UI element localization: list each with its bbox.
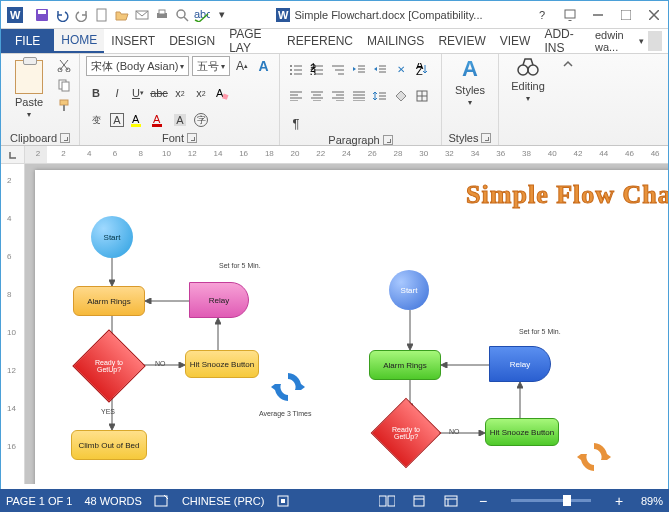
user-label: edwin wa... (595, 29, 635, 53)
align-right-icon[interactable] (328, 86, 348, 106)
zoom-out-icon[interactable]: − (473, 493, 493, 509)
tab-page-layout[interactable]: PAGE LAY (222, 29, 280, 53)
status-bar: PAGE 1 OF 1 48 WORDS CHINESE (PRC) − + 8… (0, 489, 669, 512)
maximize-icon[interactable] (612, 5, 640, 25)
bold-button[interactable]: B (86, 83, 106, 103)
asian-layout-icon[interactable]: ✕ (391, 59, 411, 79)
account-name[interactable]: edwin wa...▾ (589, 29, 668, 53)
show-marks-icon[interactable]: ¶ (286, 113, 306, 133)
line-spacing-icon[interactable] (370, 86, 390, 106)
paragraph-dialog-icon[interactable] (383, 135, 393, 145)
bullets-icon[interactable] (286, 59, 306, 79)
collapse-ribbon-icon[interactable] (557, 54, 579, 145)
tab-selector[interactable] (1, 146, 25, 163)
align-center-icon[interactable] (307, 86, 327, 106)
clipboard-dialog-icon[interactable] (60, 133, 70, 143)
status-proofing-icon[interactable] (154, 494, 170, 508)
clear-format-icon[interactable]: A (212, 83, 232, 103)
subscript-button[interactable]: x2 (170, 83, 190, 103)
highlight-icon[interactable]: A (128, 110, 148, 130)
char-border-icon[interactable]: A (107, 110, 127, 130)
text-effects-icon[interactable]: A (254, 56, 273, 76)
font-color-icon[interactable]: A (149, 110, 169, 130)
svg-rect-4 (97, 9, 106, 21)
save-icon[interactable] (33, 6, 51, 24)
web-layout-icon[interactable] (441, 493, 461, 509)
format-painter-icon[interactable] (55, 96, 73, 114)
status-macro-icon[interactable] (276, 494, 290, 508)
zoom-thumb[interactable] (563, 495, 571, 506)
tab-addins[interactable]: ADD-INS (537, 29, 589, 53)
char-shading-icon[interactable]: A (170, 110, 190, 130)
new-icon[interactable] (93, 6, 111, 24)
binoculars-icon (517, 56, 539, 78)
email-icon[interactable] (133, 6, 151, 24)
horizontal-ruler[interactable]: 2246810121416182022242628303234363840424… (1, 146, 668, 164)
font-dialog-icon[interactable] (187, 133, 197, 143)
increase-indent-icon[interactable] (370, 59, 390, 79)
svg-text:W: W (10, 9, 21, 21)
open-icon[interactable] (113, 6, 131, 24)
redo-icon[interactable] (73, 6, 91, 24)
shading-icon[interactable] (391, 86, 411, 106)
status-page[interactable]: PAGE 1 OF 1 (6, 495, 72, 507)
read-mode-icon[interactable] (377, 493, 397, 509)
styles-button[interactable]: A Styles ▾ (448, 56, 492, 107)
help-icon[interactable]: ? (528, 5, 556, 25)
ribbon-options-icon[interactable] (556, 5, 584, 25)
grow-font-icon[interactable]: A▴ (233, 56, 252, 76)
tab-mailings[interactable]: MAILINGS (360, 29, 431, 53)
tab-references[interactable]: REFERENC (280, 29, 360, 53)
zoom-slider[interactable] (511, 499, 591, 502)
minimize-icon[interactable] (584, 5, 612, 25)
borders-icon[interactable] (412, 86, 432, 106)
preview-icon[interactable] (173, 6, 191, 24)
zoom-level[interactable]: 89% (641, 495, 663, 507)
font-size-select[interactable]: 五号▾ (192, 56, 230, 76)
cycle-blue-icon (271, 370, 305, 404)
tab-home[interactable]: HOME (54, 29, 104, 53)
styles-dialog-icon[interactable] (481, 133, 491, 143)
justify-icon[interactable] (349, 86, 369, 106)
page[interactable]: Simple Flow Chart Start Alarm Rings Rela… (35, 170, 668, 484)
superscript-button[interactable]: x2 (191, 83, 211, 103)
svg-text:A: A (153, 113, 161, 125)
spelling-icon[interactable]: abc (193, 6, 211, 24)
svg-text:W: W (278, 9, 289, 21)
vertical-ruler[interactable]: 246810121416 (1, 164, 25, 484)
strikethrough-button[interactable]: abc (149, 83, 169, 103)
flow1-set-label: Set for 5 Min. (219, 262, 261, 269)
sort-icon[interactable]: AZ (412, 59, 432, 79)
print-layout-icon[interactable] (409, 493, 429, 509)
paste-button[interactable]: Paste ▾ (7, 56, 51, 122)
svg-point-30 (290, 65, 292, 67)
multilevel-icon[interactable] (328, 59, 348, 79)
svg-point-8 (177, 10, 185, 18)
undo-icon[interactable] (53, 6, 71, 24)
font-name-select[interactable]: 宋体 (Body Asian)▾ (86, 56, 189, 76)
enclose-char-icon[interactable]: 字 (191, 110, 211, 130)
align-left-icon[interactable] (286, 86, 306, 106)
numbering-icon[interactable]: 123 (307, 59, 327, 79)
close-icon[interactable] (640, 5, 668, 25)
tab-insert[interactable]: INSERT (104, 29, 162, 53)
phonetic-guide-icon[interactable]: 变 (86, 110, 106, 130)
tab-file[interactable]: FILE (1, 29, 54, 53)
clipboard-label: Clipboard (10, 132, 57, 144)
tab-review[interactable]: REVIEW (431, 29, 492, 53)
copy-icon[interactable] (55, 76, 73, 94)
qat-customize-icon[interactable]: ▾ (213, 6, 231, 24)
italic-button[interactable]: I (107, 83, 127, 103)
status-words[interactable]: 48 WORDS (84, 495, 141, 507)
decrease-indent-icon[interactable] (349, 59, 369, 79)
status-language[interactable]: CHINESE (PRC) (182, 495, 265, 507)
editing-button[interactable]: Editing ▾ (505, 56, 551, 103)
tab-view[interactable]: VIEW (493, 29, 538, 53)
cut-icon[interactable] (55, 56, 73, 74)
tab-design[interactable]: DESIGN (162, 29, 222, 53)
page-background: Simple Flow Chart Start Alarm Rings Rela… (25, 164, 668, 484)
zoom-in-icon[interactable]: + (609, 493, 629, 509)
flowchart-canvas: Start Alarm Rings Relay Ready to GetUp? … (49, 210, 668, 484)
underline-button[interactable]: U▾ (128, 83, 148, 103)
quickprint-icon[interactable] (153, 6, 171, 24)
